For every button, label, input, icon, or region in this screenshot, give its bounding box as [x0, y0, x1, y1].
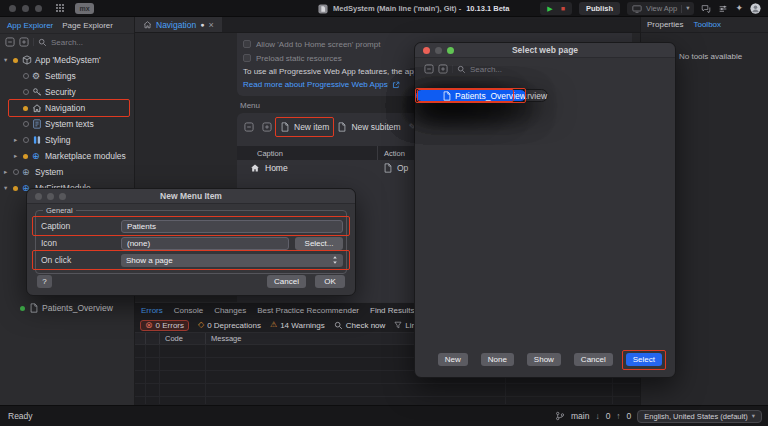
- tab-app-explorer[interactable]: App Explorer: [7, 21, 53, 30]
- filter-label: 14 Warnings: [280, 321, 325, 330]
- deprecation-diamond-icon: ◇: [198, 321, 204, 329]
- view-app-button[interactable]: View App ▾: [627, 2, 694, 15]
- user-avatar[interactable]: [750, 3, 761, 14]
- styling-icon: [32, 135, 44, 145]
- side-tree-item-app-medsystem[interactable]: ▾App 'MedSystem': [0, 52, 134, 68]
- app-tree: ▾App 'MedSystem'⚙SettingsSecurityNavigat…: [0, 50, 134, 196]
- tree-item-label: Marketplace modules: [45, 151, 126, 161]
- minimize-window-icon[interactable]: [22, 5, 29, 12]
- tree-item-patients-overview-partial[interactable]: Patients_Overview: [0, 300, 135, 316]
- tree-expander-icon[interactable]: ▸: [14, 152, 23, 160]
- new-subitem-button[interactable]: New subitem: [337, 122, 400, 132]
- zoom-icon[interactable]: [59, 193, 66, 200]
- cancel-button[interactable]: Cancel: [574, 353, 613, 366]
- dialog-window-controls[interactable]: [423, 47, 454, 54]
- expand-all-icon[interactable]: [262, 122, 272, 132]
- new-item-button[interactable]: New item: [280, 122, 329, 132]
- filter-check-now[interactable]: Check now: [334, 321, 386, 330]
- tree-expander-icon[interactable]: ▾: [4, 184, 13, 192]
- minimize-icon[interactable]: [435, 47, 442, 54]
- tab-navigation[interactable]: Navigation ● ×: [135, 17, 222, 32]
- page-icon: [442, 91, 454, 101]
- window-controls[interactable]: [9, 5, 42, 12]
- none-button[interactable]: None: [481, 353, 514, 366]
- external-link-icon: [392, 81, 400, 89]
- feedback-icon[interactable]: [701, 4, 711, 14]
- preload-checkbox[interactable]: [243, 54, 251, 62]
- tab-toolbox[interactable]: Toolbox: [693, 20, 721, 29]
- side-tree-item-navigation[interactable]: Navigation: [0, 100, 134, 116]
- show-button[interactable]: Show: [527, 353, 561, 366]
- tree-expander-icon[interactable]: ▸: [4, 168, 13, 176]
- filter-14-warnings[interactable]: ⚠14 Warnings: [270, 321, 325, 330]
- side-tree-item-system[interactable]: ▸⊕System: [0, 164, 134, 180]
- icon-field[interactable]: (none): [121, 237, 289, 250]
- icon-row: Icon (none) Select...: [41, 236, 343, 250]
- outgoing-commits-icon[interactable]: ↑: [616, 412, 620, 421]
- filter-funnel-icon: [394, 321, 402, 329]
- close-icon[interactable]: [423, 47, 430, 54]
- side-tree-item-security[interactable]: Security: [0, 84, 134, 100]
- search-input[interactable]: Search...: [470, 65, 502, 74]
- on-click-dropdown[interactable]: Show a page: [121, 254, 343, 267]
- checkbox-label: Preload static resources: [256, 54, 342, 63]
- language-selector[interactable]: English, United States (default) ▾: [637, 410, 762, 423]
- tab-properties[interactable]: Properties: [647, 20, 683, 29]
- search-icon: [38, 38, 47, 47]
- cancel-button[interactable]: Cancel: [267, 275, 306, 288]
- page-icon: [383, 163, 393, 173]
- select-button[interactable]: Select: [626, 353, 662, 366]
- dialog-toolbar: Search...: [415, 60, 675, 78]
- help-button[interactable]: ?: [37, 275, 52, 288]
- collapse-all-icon[interactable]: [5, 37, 15, 47]
- add-to-home-checkbox[interactable]: [243, 40, 251, 48]
- select-web-page-dialog: Select web page Search... ▸⊕Marketplace …: [414, 42, 676, 378]
- zoom-window-icon[interactable]: [35, 5, 42, 12]
- ok-button[interactable]: OK: [315, 275, 345, 288]
- dock-tab-best-practice-recommender[interactable]: Best Practice Recommender: [257, 306, 359, 315]
- activity-icon[interactable]: [718, 4, 728, 14]
- side-tree-item-system-texts[interactable]: System texts: [0, 116, 134, 132]
- home-icon: [143, 20, 152, 29]
- collapse-all-icon[interactable]: [424, 64, 434, 74]
- stop-button[interactable]: ■: [561, 5, 565, 12]
- dock-tab-console[interactable]: Console: [174, 306, 203, 315]
- git-branch-icon[interactable]: [555, 411, 565, 421]
- side-tree-item-styling[interactable]: ▸Styling: [0, 132, 134, 148]
- close-window-icon[interactable]: [9, 5, 16, 12]
- view-app-label: View App: [646, 4, 677, 13]
- search-input[interactable]: Search...: [51, 38, 83, 47]
- expand-all-icon[interactable]: [438, 64, 448, 74]
- caption-field[interactable]: Patients: [121, 220, 343, 233]
- dialog-window-controls[interactable]: [35, 193, 66, 200]
- filter-0-errors[interactable]: ⊗0 Errors: [140, 320, 189, 331]
- close-tab-icon[interactable]: ×: [208, 20, 213, 30]
- tree-expander-icon[interactable]: ▸: [14, 136, 23, 144]
- zoom-icon[interactable]: [447, 47, 454, 54]
- run-button[interactable]: ▶: [547, 5, 552, 12]
- incoming-count: 0: [606, 411, 611, 421]
- icon-select-button[interactable]: Select...: [295, 237, 343, 250]
- minimize-icon[interactable]: [47, 193, 54, 200]
- filter-0-deprecations[interactable]: ◇0 Deprecations: [198, 321, 261, 330]
- branch-name[interactable]: main: [571, 411, 589, 421]
- close-icon[interactable]: [35, 193, 42, 200]
- dlg-tree-item-patients-overview[interactable]: Patients_Overview: [415, 89, 527, 102]
- page-icon: [337, 122, 347, 132]
- error-circle-icon: ⊗: [145, 321, 153, 330]
- side-tree-item-marketplace-modules[interactable]: ▸⊕Marketplace modules: [0, 148, 134, 164]
- dock-tab-changes[interactable]: Changes: [214, 306, 246, 315]
- collapse-all-icon[interactable]: [244, 122, 254, 132]
- tab-page-explorer[interactable]: Page Explorer: [62, 21, 113, 30]
- ai-assistant-icon[interactable]: ✦: [735, 4, 743, 13]
- incoming-commits-icon[interactable]: ↓: [595, 412, 599, 421]
- expand-all-icon[interactable]: [19, 37, 29, 47]
- side-tree-item-settings[interactable]: ⚙Settings: [0, 68, 134, 84]
- publish-button[interactable]: Publish: [579, 2, 620, 15]
- globe-grey-icon: ⊕: [22, 167, 34, 177]
- dock-tab-errors[interactable]: Errors: [141, 306, 163, 315]
- tree-expander-icon[interactable]: ▾: [4, 56, 13, 64]
- app-grid-icon[interactable]: [55, 3, 65, 13]
- chevron-down-icon[interactable]: ▾: [686, 5, 689, 12]
- new-button[interactable]: New: [438, 353, 468, 366]
